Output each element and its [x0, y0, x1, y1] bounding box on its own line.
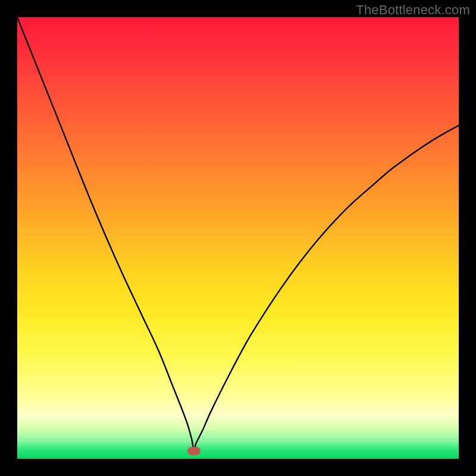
bottleneck-curve [17, 17, 459, 459]
plot-area [17, 17, 459, 459]
watermark-text: TheBottleneck.com [356, 2, 470, 18]
chart-frame: TheBottleneck.com [0, 0, 476, 476]
optimum-marker [187, 447, 201, 455]
